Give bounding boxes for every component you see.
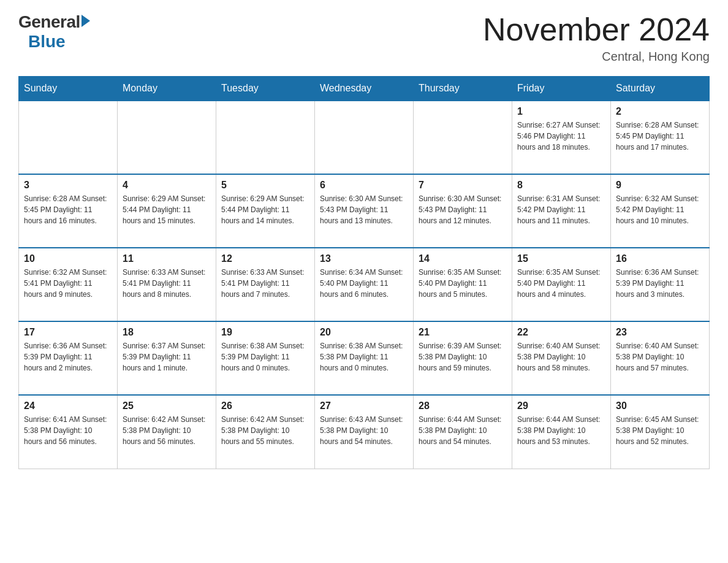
weekday-header-sunday: Sunday xyxy=(19,77,118,101)
day-number: 8 xyxy=(517,180,605,191)
day-info: Sunrise: 6:42 AM Sunset: 5:38 PM Dayligh… xyxy=(123,414,211,447)
calendar-cell: 9Sunrise: 6:32 AM Sunset: 5:42 PM Daylig… xyxy=(611,174,710,248)
calendar-cell: 23Sunrise: 6:40 AM Sunset: 5:38 PM Dayli… xyxy=(611,321,710,395)
day-number: 9 xyxy=(616,180,704,191)
calendar-cell: 15Sunrise: 6:35 AM Sunset: 5:40 PM Dayli… xyxy=(512,248,611,321)
day-number: 16 xyxy=(616,253,704,264)
day-number: 12 xyxy=(221,253,309,264)
day-info: Sunrise: 6:35 AM Sunset: 5:40 PM Dayligh… xyxy=(419,267,507,300)
day-number: 15 xyxy=(517,253,605,264)
day-number: 6 xyxy=(320,180,408,191)
day-number: 1 xyxy=(517,106,605,117)
day-number: 17 xyxy=(24,327,112,338)
calendar-cell xyxy=(315,101,414,174)
calendar-cell: 20Sunrise: 6:38 AM Sunset: 5:38 PM Dayli… xyxy=(315,321,414,395)
day-info: Sunrise: 6:31 AM Sunset: 5:42 PM Dayligh… xyxy=(517,193,605,226)
weekday-header-saturday: Saturday xyxy=(611,77,710,101)
week-row-1: 1Sunrise: 6:27 AM Sunset: 5:46 PM Daylig… xyxy=(19,101,710,174)
calendar-header: SundayMondayTuesdayWednesdayThursdayFrid… xyxy=(19,77,710,101)
calendar-cell: 26Sunrise: 6:42 AM Sunset: 5:38 PM Dayli… xyxy=(216,395,315,469)
day-info: Sunrise: 6:29 AM Sunset: 5:44 PM Dayligh… xyxy=(221,193,309,226)
calendar-cell xyxy=(118,101,216,174)
weekday-header-tuesday: Tuesday xyxy=(216,77,315,101)
day-number: 28 xyxy=(419,400,507,412)
day-info: Sunrise: 6:32 AM Sunset: 5:41 PM Dayligh… xyxy=(24,267,112,300)
calendar-cell: 25Sunrise: 6:42 AM Sunset: 5:38 PM Dayli… xyxy=(118,395,216,469)
day-info: Sunrise: 6:33 AM Sunset: 5:41 PM Dayligh… xyxy=(123,267,211,300)
day-info: Sunrise: 6:45 AM Sunset: 5:38 PM Dayligh… xyxy=(616,414,704,447)
day-number: 10 xyxy=(24,253,112,264)
title-block: November 2024 Central, Hong Kong xyxy=(483,12,710,64)
day-info: Sunrise: 6:41 AM Sunset: 5:38 PM Dayligh… xyxy=(24,414,112,447)
calendar-cell: 14Sunrise: 6:35 AM Sunset: 5:40 PM Dayli… xyxy=(414,248,512,321)
day-info: Sunrise: 6:29 AM Sunset: 5:44 PM Dayligh… xyxy=(123,193,211,226)
day-info: Sunrise: 6:33 AM Sunset: 5:41 PM Dayligh… xyxy=(221,267,309,300)
day-number: 4 xyxy=(123,180,211,191)
calendar-cell: 28Sunrise: 6:44 AM Sunset: 5:38 PM Dayli… xyxy=(414,395,512,469)
calendar-cell: 13Sunrise: 6:34 AM Sunset: 5:40 PM Dayli… xyxy=(315,248,414,321)
day-info: Sunrise: 6:44 AM Sunset: 5:38 PM Dayligh… xyxy=(419,414,507,447)
day-number: 20 xyxy=(320,327,408,338)
calendar-cell xyxy=(19,101,118,174)
day-info: Sunrise: 6:39 AM Sunset: 5:38 PM Dayligh… xyxy=(419,340,507,373)
calendar-cell: 5Sunrise: 6:29 AM Sunset: 5:44 PM Daylig… xyxy=(216,174,315,248)
calendar-cell: 11Sunrise: 6:33 AM Sunset: 5:41 PM Dayli… xyxy=(118,248,216,321)
day-info: Sunrise: 6:32 AM Sunset: 5:42 PM Dayligh… xyxy=(616,193,704,226)
calendar-cell: 1Sunrise: 6:27 AM Sunset: 5:46 PM Daylig… xyxy=(512,101,611,174)
day-number: 30 xyxy=(616,400,704,412)
calendar-cell: 19Sunrise: 6:38 AM Sunset: 5:39 PM Dayli… xyxy=(216,321,315,395)
day-info: Sunrise: 6:40 AM Sunset: 5:38 PM Dayligh… xyxy=(616,340,704,373)
day-number: 19 xyxy=(221,327,309,338)
day-info: Sunrise: 6:34 AM Sunset: 5:40 PM Dayligh… xyxy=(320,267,408,300)
day-info: Sunrise: 6:36 AM Sunset: 5:39 PM Dayligh… xyxy=(616,267,704,300)
calendar-cell: 2Sunrise: 6:28 AM Sunset: 5:45 PM Daylig… xyxy=(611,101,710,174)
day-number: 5 xyxy=(221,180,309,191)
day-number: 14 xyxy=(419,253,507,264)
day-number: 11 xyxy=(123,253,211,264)
calendar-cell xyxy=(414,101,512,174)
day-number: 21 xyxy=(419,327,507,338)
day-info: Sunrise: 6:28 AM Sunset: 5:45 PM Dayligh… xyxy=(24,193,112,226)
day-number: 26 xyxy=(221,400,309,412)
calendar-cell: 18Sunrise: 6:37 AM Sunset: 5:39 PM Dayli… xyxy=(118,321,216,395)
day-number: 27 xyxy=(320,400,408,412)
day-number: 23 xyxy=(616,327,704,338)
day-info: Sunrise: 6:42 AM Sunset: 5:38 PM Dayligh… xyxy=(221,414,309,447)
logo-arrow-icon xyxy=(82,15,90,27)
day-info: Sunrise: 6:38 AM Sunset: 5:38 PM Dayligh… xyxy=(320,340,408,373)
calendar-cell: 27Sunrise: 6:43 AM Sunset: 5:38 PM Dayli… xyxy=(315,395,414,469)
day-info: Sunrise: 6:44 AM Sunset: 5:38 PM Dayligh… xyxy=(517,414,605,447)
weekday-header-wednesday: Wednesday xyxy=(315,77,414,101)
calendar-cell: 21Sunrise: 6:39 AM Sunset: 5:38 PM Dayli… xyxy=(414,321,512,395)
week-row-5: 24Sunrise: 6:41 AM Sunset: 5:38 PM Dayli… xyxy=(19,395,710,469)
weekday-header-monday: Monday xyxy=(118,77,216,101)
day-number: 7 xyxy=(419,180,507,191)
calendar-cell: 24Sunrise: 6:41 AM Sunset: 5:38 PM Dayli… xyxy=(19,395,118,469)
day-number: 25 xyxy=(123,400,211,412)
logo-blue-text: Blue xyxy=(20,32,66,52)
weekday-row: SundayMondayTuesdayWednesdayThursdayFrid… xyxy=(19,77,710,101)
day-number: 29 xyxy=(517,400,605,412)
day-info: Sunrise: 6:38 AM Sunset: 5:39 PM Dayligh… xyxy=(221,340,309,373)
calendar-cell: 22Sunrise: 6:40 AM Sunset: 5:38 PM Dayli… xyxy=(512,321,611,395)
calendar-cell: 12Sunrise: 6:33 AM Sunset: 5:41 PM Dayli… xyxy=(216,248,315,321)
day-info: Sunrise: 6:35 AM Sunset: 5:40 PM Dayligh… xyxy=(517,267,605,300)
page-header: General Blue November 2024 Central, Hong… xyxy=(18,12,710,64)
weekday-header-friday: Friday xyxy=(512,77,611,101)
calendar-cell: 8Sunrise: 6:31 AM Sunset: 5:42 PM Daylig… xyxy=(512,174,611,248)
day-info: Sunrise: 6:43 AM Sunset: 5:38 PM Dayligh… xyxy=(320,414,408,447)
week-row-3: 10Sunrise: 6:32 AM Sunset: 5:41 PM Dayli… xyxy=(19,248,710,321)
logo: General Blue xyxy=(18,12,90,52)
calendar-cell xyxy=(216,101,315,174)
calendar-cell: 4Sunrise: 6:29 AM Sunset: 5:44 PM Daylig… xyxy=(118,174,216,248)
month-title: November 2024 xyxy=(483,12,710,47)
calendar-body: 1Sunrise: 6:27 AM Sunset: 5:46 PM Daylig… xyxy=(19,101,710,469)
day-number: 22 xyxy=(517,327,605,338)
calendar-cell: 16Sunrise: 6:36 AM Sunset: 5:39 PM Dayli… xyxy=(611,248,710,321)
day-info: Sunrise: 6:27 AM Sunset: 5:46 PM Dayligh… xyxy=(517,120,605,153)
weekday-header-thursday: Thursday xyxy=(414,77,512,101)
day-number: 18 xyxy=(123,327,211,338)
day-info: Sunrise: 6:30 AM Sunset: 5:43 PM Dayligh… xyxy=(320,193,408,226)
day-number: 2 xyxy=(616,106,704,117)
calendar-cell: 17Sunrise: 6:36 AM Sunset: 5:39 PM Dayli… xyxy=(19,321,118,395)
